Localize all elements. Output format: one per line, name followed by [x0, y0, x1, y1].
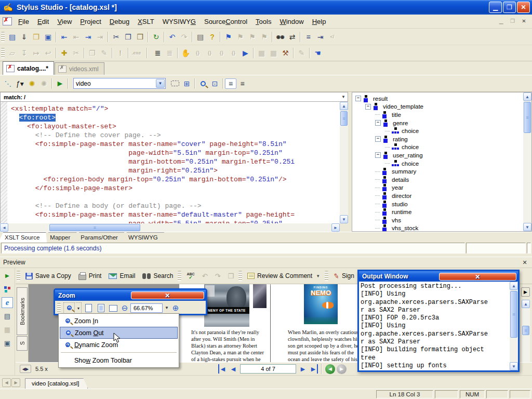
breakpoint-doc-icon[interactable]: ▱ [6, 47, 18, 59]
tree-item-studio[interactable]: studio [352, 200, 531, 208]
fit-page-button[interactable] [95, 302, 107, 314]
view-tab-wysiwyg[interactable]: WYSIWYG [122, 232, 165, 243]
scroll-up-icon[interactable]: ▲ [522, 300, 530, 308]
region-select-icon[interactable] [169, 78, 181, 89]
match-dropdown-button[interactable]: ▼ [339, 93, 348, 101]
save-a-copy-button[interactable]: Save a Copy [22, 271, 75, 281]
scroll-right-icon[interactable]: ► [331, 223, 340, 232]
tree-item-genre[interactable]: −genre [352, 119, 531, 127]
doc-notes-icon[interactable]: ✎ [296, 47, 308, 59]
menu-item-sourcecontrol[interactable]: SourceControl [200, 16, 251, 28]
review-comment-button[interactable]: Review & Comment▼ [244, 271, 324, 281]
doc-tab-catalog-[interactable]: catalog....* [3, 61, 54, 75]
indent-block-icon[interactable]: ⇥ [314, 31, 326, 43]
open-result-window-icon[interactable]: ⊞ [181, 78, 193, 89]
zoom-tool-dropdown-icon[interactable]: ▼ [76, 302, 82, 314]
doc-restore-button[interactable]: ❐ [508, 17, 517, 25]
sort-output-icon[interactable]: ≣ [152, 47, 164, 59]
email-pdf-button[interactable]: Email [105, 271, 139, 281]
open-file-icon[interactable]: ❒ [30, 31, 42, 43]
validate-document-icon[interactable]: ! [114, 47, 126, 59]
tree-collapse-icon[interactable]: − [365, 104, 371, 110]
tree-item-runtime[interactable]: runtime [352, 208, 531, 216]
preview-doc-tab[interactable]: video [catalog.xsl] [25, 378, 88, 389]
scroll-up-icon[interactable]: ▲ [523, 92, 531, 101]
template-select[interactable]: video ▼ [73, 78, 166, 89]
chevron-down-icon[interactable]: ▼ [316, 274, 320, 278]
run-exe-icon[interactable]: .exe [130, 47, 142, 59]
mapper-links-icon[interactable]: ⋱ [2, 78, 14, 89]
function-menu-icon[interactable]: ƒ▾ [14, 78, 26, 89]
tree-item-user_rating[interactable]: −user_rating [352, 151, 531, 159]
scroll-left-icon[interactable]: ◄ [0, 223, 8, 232]
undo-icon[interactable]: ↶ [166, 31, 178, 43]
preview-text-view-icon[interactable]: ▤ [2, 311, 13, 322]
xpath-brace-4-icon[interactable]: {} [228, 47, 240, 59]
format-markup-icon[interactable]: </ [326, 31, 338, 43]
chevron-down-icon[interactable]: ▼ [156, 79, 165, 88]
xpath-brace-2-icon[interactable]: {} [204, 47, 216, 59]
actual-size-button[interactable] [83, 302, 94, 314]
syntax-highlight-off-icon[interactable]: ✺ [38, 78, 50, 89]
copy-node-icon[interactable]: ❐ [86, 47, 98, 59]
zoom-out-icon[interactable]: ⊖ [120, 303, 129, 313]
xslt-source-editor[interactable]: <xsl:template match="/"> <fo:root> <fo:l… [0, 102, 340, 223]
zoom-in-icon[interactable]: ⊕ [171, 303, 180, 313]
tree-vertical-scrollbar[interactable]: ▲ ▼ [523, 92, 531, 231]
toolbar-grip[interactable] [17, 271, 20, 281]
paste-icon[interactable]: ❒ [134, 31, 146, 43]
menu-item-window[interactable]: Window [275, 16, 308, 28]
tree-item-director[interactable]: director [352, 192, 531, 200]
cut-node-icon[interactable]: ✂ [70, 47, 82, 59]
toolbar-grip[interactable] [1, 32, 5, 42]
tree-item-choice[interactable]: choice [352, 143, 531, 152]
next-view-icon[interactable]: ▶ [337, 364, 347, 374]
acro-redo-button[interactable]: ↷ [211, 271, 224, 281]
expand-panel-icon[interactable]: ▶ [521, 287, 530, 297]
view-tab-params-other[interactable]: Params/Other [74, 232, 125, 243]
tree-item-summary[interactable]: summary [352, 167, 531, 176]
find-replace-icon[interactable]: ⇄ [286, 31, 298, 43]
edit-node-icon[interactable]: ✎ [98, 47, 110, 59]
scroll-down-icon[interactable]: ▼ [510, 362, 518, 370]
menu-item-wysiwyg[interactable]: WYSIWYG [158, 16, 200, 28]
copy-icon[interactable]: ❐ [122, 31, 134, 43]
bookmark-prev-icon[interactable]: ⚑ [246, 31, 258, 43]
run-transform-icon[interactable]: ► [54, 78, 66, 89]
menu-item-tools[interactable]: Tools [251, 16, 275, 28]
print-icon[interactable]: ▤ [194, 31, 206, 43]
zoom-window-close-icon[interactable] [131, 291, 205, 299]
bookmark-clear-icon[interactable]: ⚑ [258, 31, 270, 43]
browse-back-icon[interactable]: ⇤ [58, 31, 70, 43]
xpath-brace-3-icon[interactable]: {} [216, 47, 228, 59]
scroll-down-icon[interactable]: ▼ [340, 215, 348, 223]
tree-collapse-icon[interactable]: − [375, 120, 381, 126]
scrollbar-thumb[interactable] [49, 224, 140, 231]
step-into-icon[interactable]: ↧ [18, 47, 30, 59]
toolbar-grip[interactable] [1, 48, 5, 58]
scrollbar-thumb[interactable] [340, 111, 348, 126]
zoom-window-titlebar[interactable]: Zoom [55, 290, 206, 301]
menu-item-file[interactable]: File [14, 16, 33, 28]
output-window-close-icon[interactable] [439, 273, 517, 281]
menu-item-show-zoom-toolbar[interactable]: Show Zoom Toolbar [60, 354, 178, 366]
browse-forward-icon[interactable]: ⇥ [82, 31, 94, 43]
menu-item-view[interactable]: View [53, 16, 76, 28]
acro-copy-button[interactable]: ❐ [224, 271, 237, 281]
apply-transform-icon[interactable]: ▶ [240, 47, 251, 59]
page-indicator[interactable]: 4 of 7 [240, 364, 296, 374]
minimize-button[interactable] [489, 2, 502, 13]
scroll-down-icon[interactable]: ▼ [523, 223, 531, 231]
find-icon[interactable]: ◉◉ [274, 31, 286, 43]
scroll-up-icon[interactable]: ▲ [510, 282, 518, 290]
panel-splitter-icon[interactable]: ◀▶ [20, 365, 31, 373]
menu-item-help[interactable]: Help [308, 16, 330, 28]
tree-item-choice[interactable]: choice [352, 127, 531, 135]
window-map-2-icon[interactable]: ▦ [268, 47, 280, 59]
preview-close-icon[interactable] [521, 259, 529, 267]
xpath-brace-1-icon[interactable]: {} [192, 47, 204, 59]
editor-horizontal-scrollbar[interactable]: ◄ ► [0, 223, 340, 232]
tree-item-video_template[interactable]: −video_template [352, 103, 531, 111]
view-tab-xslt-source[interactable]: XSLT Source [0, 232, 47, 243]
output-vertical-scrollbar[interactable]: ▲ ▼ [510, 282, 518, 370]
